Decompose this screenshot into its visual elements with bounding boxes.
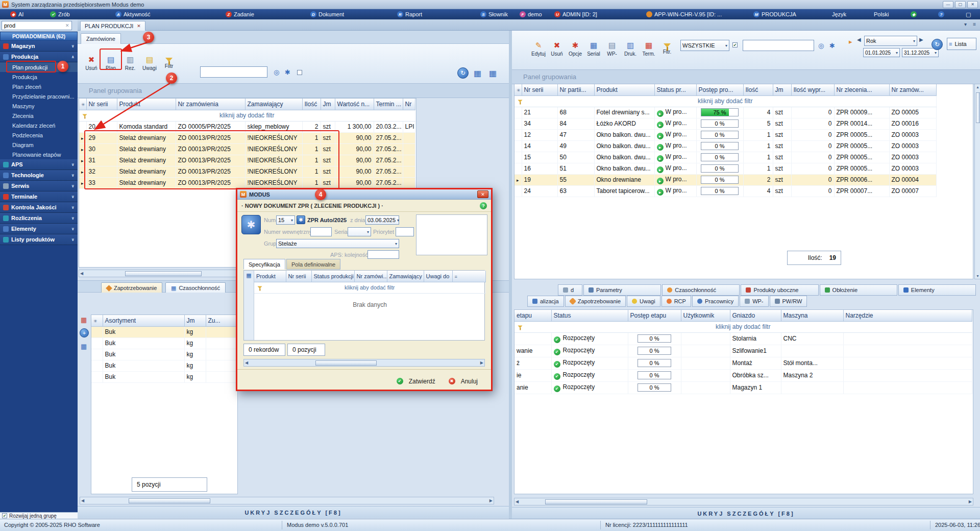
menu-item-admin[interactable]: UADMIN [ID: 2] — [554, 9, 597, 19]
requirement-row[interactable]: Bukkg — [91, 349, 236, 360]
filter-checkbox[interactable]: ✔ — [732, 42, 738, 47]
tab-partial[interactable]: d — [558, 284, 582, 296]
maximize-button[interactable]: ▢ — [955, 1, 966, 8]
orders-search-input[interactable] — [200, 66, 267, 78]
status-filter-select[interactable]: WSZYSTKIE▾ — [680, 40, 729, 51]
grid-add-icon[interactable]: ▦ — [489, 68, 497, 78]
numbering-gear-button[interactable]: ✱ — [297, 215, 305, 224]
sidebar-item-kalendarz[interactable]: Kalendarz zleceń — [0, 120, 78, 130]
order-row-33[interactable]: ▸33Stelaż drewnianyZO 00013/PR/2025!NIEO… — [79, 177, 415, 188]
serial-button[interactable]: ▦Serial — [584, 35, 603, 63]
tab-close-icon[interactable]: ✕ — [137, 23, 141, 29]
menu-item-polski[interactable]: Polski — [874, 9, 889, 19]
date-select[interactable]: 03.06.2025▾ — [365, 215, 399, 225]
sidebar-group-produkcja[interactable]: Produkcja∧ — [0, 52, 78, 62]
production-row-12[interactable]: 1247Okno balkon. dwu...▶W pro...0 %1szt0… — [514, 129, 936, 140]
sidebar-group-rozliczenia[interactable]: Rozliczenia∨ — [0, 213, 78, 224]
production-filter-row[interactable]: kliknij aby dodać filtr — [514, 95, 936, 107]
tab-alizacja[interactable]: alizacja — [527, 296, 564, 307]
sidebar-group-elementy[interactable]: Elementy∨ — [0, 224, 78, 234]
windows-menu-icon[interactable]: ▢ — [966, 9, 971, 19]
period-prev-icon[interactable]: ◀ — [857, 37, 861, 42]
order-row-30[interactable]: ▸30Stelaż drewnianyZO 00013/PR/2025!NIEO… — [79, 143, 415, 155]
sidebar-item-planowanie-etapow[interactable]: Planowanie etapów — [0, 150, 78, 159]
menu-item-jezyk[interactable]: Język — [832, 9, 846, 19]
production-row-34[interactable]: 3484Łóżko AKORD▶W pro...0 %5szt0ZPR 0001… — [514, 118, 936, 129]
requirement-row[interactable]: Bukkg — [91, 371, 236, 382]
production-row-16[interactable]: 1651Okno balkon. dwu...▶W pro...0 %1szt0… — [514, 163, 936, 174]
help-icon[interactable]: ? — [480, 202, 487, 209]
tab-wp[interactable]: WP- — [740, 296, 768, 307]
wp-button[interactable]: ▤WP- — [603, 35, 621, 63]
production-grid-header[interactable]: ✳ Nr seriiNr partii...ProduktStatus pr..… — [514, 84, 936, 95]
production-group-panel[interactable]: Panel grupowania — [512, 70, 980, 84]
tab-pwrw[interactable]: PW/RW — [770, 296, 807, 307]
stages-grid-header[interactable]: etapuStatusPostęp etapuUżytkownikGniazdo… — [514, 310, 972, 321]
orders-grid-header[interactable]: ✳ Nr seriiProduktNr zamówieniaZamawiając… — [79, 99, 415, 110]
requirement-row[interactable]: Bukkg — [91, 326, 236, 337]
order-row-29[interactable]: ▸29Stelaż drewnianyZO 00013/PR/2025!NIEO… — [79, 132, 415, 143]
menu-item-slownik[interactable]: SSłownik — [480, 9, 508, 19]
refresh-button-right[interactable]: ↻ — [932, 39, 943, 50]
production-row-24[interactable]: 2463Taboret tapicerow...▶W pro...0 %4szt… — [514, 185, 936, 197]
tab-specyfikacja[interactable]: Specyfikacja — [243, 259, 285, 270]
sidebar-item-przydzielanie[interactable]: Przydzielanie pracowni... — [0, 91, 78, 101]
notes-box[interactable] — [416, 214, 487, 255]
sidebar-group-magazyn[interactable]: Magazyn∨ — [0, 41, 78, 52]
menu-item-zadanie[interactable]: ZZadanie — [226, 9, 254, 19]
rez-button[interactable]: ▥Rez. — [120, 49, 140, 78]
menu-item-aktywnosc[interactable]: AAktywność — [115, 9, 151, 19]
specification-filter-row[interactable]: kliknij aby dodać filtr — [254, 282, 485, 293]
target-icon[interactable]: ◎ — [818, 42, 824, 50]
details-hscrollbar[interactable]: ◀▶ — [80, 497, 494, 504]
scroll-thumb[interactable] — [125, 271, 202, 276]
anuluj-button[interactable]: ✖Anuluj — [449, 378, 478, 385]
order-row-20[interactable]: 20Komoda standardZO 00005/PR/2025sklep_m… — [79, 121, 415, 132]
priorytet-input[interactable] — [396, 227, 414, 236]
tab-czasochlonnosc-right[interactable]: Czasochłonność — [662, 284, 740, 296]
period-nav-icon[interactable]: ▸ — [849, 38, 852, 45]
sidebar-item-podzlecenia[interactable]: Podzlecenia — [0, 130, 78, 140]
production-row-14[interactable]: 1449Okno balkon. dwu...▶W pro...0 %1szt0… — [514, 140, 936, 152]
seria-select[interactable]: ▾ — [348, 227, 371, 236]
stages-filter-row[interactable]: kliknij aby dodać filtr — [514, 321, 972, 332]
tab-uwagi[interactable]: Uwagi — [627, 296, 660, 307]
menu-item-raport[interactable]: RRaport — [397, 9, 422, 19]
order-row-31[interactable]: ▸31Stelaż drewnianyZO 00013/PR/2025!NIEO… — [79, 155, 415, 166]
order-row-32[interactable]: ▸32Stelaż drewnianyZO 00013/PR/2025!NIEO… — [79, 166, 415, 177]
dialog-close-button[interactable]: ✕ — [477, 190, 488, 198]
stages-hscrollbar[interactable]: ◀▶ — [514, 498, 973, 505]
notifications-button[interactable]: POWIADOMIENIA (62) — [0, 32, 78, 41]
numer-select[interactable]: 15▾ — [276, 215, 295, 225]
tab-zapotrzebowanie[interactable]: Zapotrzebowanie — [101, 282, 162, 293]
tab-list-icon[interactable]: ≡ — [973, 21, 976, 27]
sidebar-item-zlecenia[interactable]: Zlecenia — [0, 111, 78, 120]
sidebar-group-kontrola[interactable]: Kontrola Jakości∨ — [0, 202, 78, 213]
stage-row[interactable]: wanie✔Rozpoczęty0 %Szlifowanie1 — [514, 345, 972, 357]
menu-item-demo[interactable]: Fdemo — [520, 9, 542, 19]
details-grid-icon[interactable]: ▦ — [81, 343, 87, 350]
sidebar-group-listy[interactable]: Listy produktów∨ — [0, 234, 78, 245]
plan-button[interactable]: ▤Plan — [101, 49, 120, 78]
tab-czasochlonnosc[interactable]: ▦Czasochłonność — [165, 282, 226, 293]
production-row-19[interactable]: ▸1955Okno drewniane▶W pro...0 %2szt0ZPR … — [514, 174, 936, 185]
expand-one-group-checkbox[interactable]: ✔ — [2, 513, 7, 518]
close-button[interactable]: ✕ — [967, 1, 978, 8]
toolbar-checkbox[interactable] — [297, 70, 302, 75]
term-button[interactable]: ▦Term. — [640, 35, 658, 63]
tab-pracownicy[interactable]: Pracownicy — [692, 296, 739, 307]
stage-row[interactable]: ż✔Rozpoczęty0 %MontażStół monta... — [514, 357, 972, 369]
sidebar-search-input[interactable] — [2, 21, 72, 30]
menu-item-produkcja[interactable]: MPRODUKCJA — [753, 9, 796, 19]
sidebar-item-diagram[interactable]: Diagram — [0, 140, 78, 150]
menu-item-zrob[interactable]: ✔Zrób — [50, 9, 70, 19]
sidebar-group-terminale[interactable]: Terminale∨ — [0, 191, 78, 202]
stage-row[interactable]: anie✔Rozpoczęty0 %Magazyn 1 — [514, 381, 972, 394]
grid-export-icon[interactable]: ▦ — [474, 68, 481, 78]
requirements-grid-header[interactable]: ✳AsortymentJmZu... — [91, 315, 236, 326]
tab-pola-definiowalne[interactable]: Pola definiowalne — [286, 259, 340, 270]
production-row-15[interactable]: 1550Okno balkon. dwu...▶W pro...0 %1szt0… — [514, 152, 936, 163]
druk-button[interactable]: ▥Druk. — [621, 35, 640, 63]
panel-splitter[interactable] — [509, 31, 512, 519]
requirements-icon[interactable]: ▦ — [81, 316, 87, 324]
